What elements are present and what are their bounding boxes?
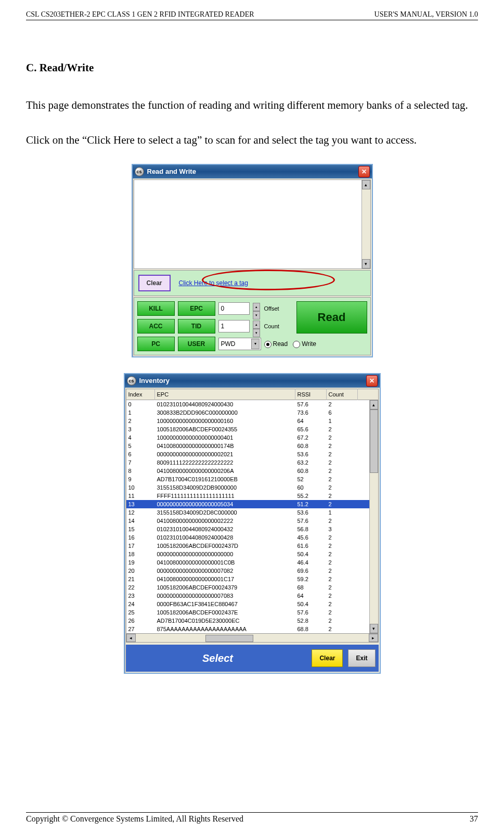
radio-read[interactable]: Read	[264, 338, 288, 350]
exit-button[interactable]: Exit	[348, 649, 375, 667]
scroll-down-icon[interactable]: ▾	[370, 624, 378, 633]
rw-radios: Read Write	[264, 338, 367, 350]
close-icon[interactable]: ✕	[366, 375, 378, 387]
inventory-bottom-bar: Select Clear Exit	[126, 645, 379, 672]
app-icon: cs	[127, 376, 136, 386]
combo-value: PWD	[221, 338, 236, 350]
output-area: ▴ ▾	[134, 180, 371, 269]
kill-button[interactable]: KILL	[137, 301, 175, 316]
chevron-up-icon[interactable]: ▴	[253, 303, 260, 311]
offset-label: Offset	[264, 303, 290, 314]
chevron-down-icon[interactable]: ▾	[251, 339, 260, 349]
header-right: USER'S MANUAL, VERSION 1.0	[374, 10, 478, 19]
tid-button[interactable]: TID	[178, 319, 215, 334]
section-title: C. Read/Write	[26, 57, 478, 79]
scroll-right-icon[interactable]: ▸	[369, 634, 378, 642]
footer-page-number: 37	[470, 814, 478, 824]
clear-button[interactable]: Clear	[312, 649, 343, 667]
select-tag-link[interactable]: Click Here to select a tag	[179, 277, 248, 289]
horizontal-scrollbar[interactable]: ◂ ▸	[126, 634, 379, 643]
chevron-down-icon[interactable]: ▾	[253, 311, 260, 319]
app-icon: cs	[135, 167, 144, 176]
user-button[interactable]: USER	[178, 337, 215, 351]
scroll-up-icon[interactable]: ▴	[370, 400, 378, 409]
radio-dot-icon	[264, 341, 272, 348]
radio-dot-icon	[293, 341, 300, 348]
count-input[interactable]: 1	[218, 320, 250, 332]
chevron-up-icon[interactable]: ▴	[253, 321, 260, 329]
pc-button[interactable]: PC	[137, 337, 175, 351]
scroll-up-icon[interactable]: ▴	[362, 180, 370, 189]
window-title: Inventory	[139, 374, 170, 388]
radio-write[interactable]: Write	[293, 338, 316, 350]
chevron-down-icon[interactable]: ▾	[253, 329, 260, 337]
cell: 875AAAAAAAAAAAAAAAAAAAAA	[155, 623, 295, 635]
offset-input[interactable]: 0	[218, 302, 250, 315]
vertical-scrollbar[interactable]: ▴ ▾	[369, 400, 378, 633]
table-row[interactable]: 27875AAAAAAAAAAAAAAAAAAAAA68.82	[126, 625, 378, 633]
header-left: CSL CS203ETHER-2 EPC CLASS 1 GEN 2 RFID …	[26, 10, 254, 19]
titlebar: cs Read and Write ✕	[133, 165, 372, 178]
offset-spinner[interactable]: ▴▾	[253, 303, 260, 314]
scroll-down-icon[interactable]: ▾	[362, 259, 370, 268]
footer-copyright: Copyright © Convergence Systems Limited,…	[26, 814, 243, 824]
acc-button[interactable]: ACC	[137, 319, 175, 334]
paragraph-1: This page demonstrates the function of r…	[26, 94, 478, 116]
read-button[interactable]: Read	[296, 301, 367, 334]
inventory-window: cs Inventory ✕ Index EPC RSSI Count 0010…	[124, 373, 381, 674]
read-write-window: cs Read and Write ✕ ▴ ▾ Clear Click Here…	[132, 164, 373, 357]
select-button[interactable]: Select	[129, 648, 307, 669]
scroll-thumb[interactable]	[370, 409, 378, 473]
epc-button[interactable]: EPC	[178, 301, 215, 316]
page-header: CSL CS203ETHER-2 EPC CLASS 1 GEN 2 RFID …	[26, 10, 478, 20]
select-tag-bar: Clear Click Here to select a tag	[134, 270, 371, 296]
window-title: Read and Write	[147, 165, 196, 178]
table-body: 001023101004408092400043057.621300833B2D…	[126, 400, 379, 634]
close-icon[interactable]: ✕	[358, 166, 370, 177]
count-spinner[interactable]: ▴▾	[253, 321, 260, 332]
scroll-thumb[interactable]	[205, 635, 253, 642]
titlebar: cs Inventory ✕	[125, 374, 380, 388]
clear-button[interactable]: Clear	[138, 275, 171, 291]
count-label: Count	[264, 321, 290, 332]
scroll-left-icon[interactable]: ◂	[126, 634, 136, 642]
controls-panel: KILL EPC 0 ▴▾ Offset Read ACC TID 1 ▴▾ C…	[134, 297, 371, 355]
cell: 68.8	[295, 623, 327, 635]
page-footer: Copyright © Convergence Systems Limited,…	[26, 812, 478, 824]
pwd-combo[interactable]: PWD ▾	[218, 338, 261, 350]
paragraph-2: Click on the “Click Here to select a tag…	[26, 129, 478, 151]
cell: 2	[327, 623, 358, 635]
vertical-scrollbar[interactable]: ▴ ▾	[361, 180, 370, 268]
scroll-track[interactable]	[136, 634, 369, 642]
